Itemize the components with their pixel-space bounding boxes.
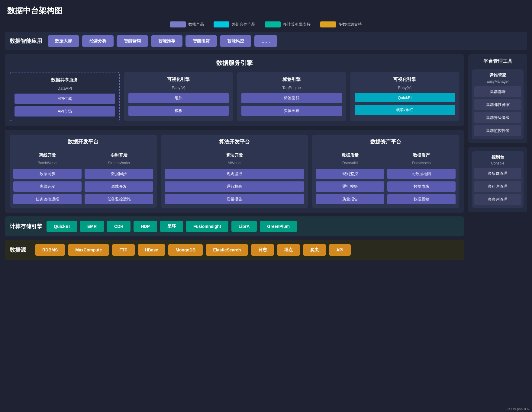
- page-title: 数据中台架构图: [0, 0, 532, 19]
- service-card-subtitle-3: Easy[V]: [355, 85, 455, 90]
- smart-app-section: 数据智能应用 数据大屏经营分析智能营销智能推荐智能组货智能风控……: [5, 32, 527, 50]
- dev-platform-subrow-1: 算法开发AIWorks规则监控逐行校验质量报告: [165, 152, 305, 204]
- storage-btn-7[interactable]: GreenPlum: [260, 221, 297, 232]
- service-card-1-btn-0[interactable]: 组件: [128, 93, 229, 103]
- right-mgr-card-title-0: 运维管家EasyManager: [474, 72, 521, 84]
- storage-btn-2[interactable]: CDH: [107, 221, 131, 232]
- datasource-btn-7[interactable]: 埋点: [277, 244, 300, 256]
- datasource-btn-1[interactable]: MaxCompute: [68, 244, 109, 256]
- sub-platform-sub-0-1: StreamWorks: [85, 161, 153, 165]
- service-card-0: 数据共享服务DataAPIAPI生成API市场: [10, 72, 120, 121]
- dev-platform-title-1: 算法开发平台: [165, 138, 305, 145]
- smart-app-button-4[interactable]: 智能组货: [185, 35, 217, 47]
- storage-btn-4[interactable]: 星环: [160, 221, 183, 232]
- smart-app-button-1[interactable]: 经营分析: [82, 35, 114, 47]
- right-btn-0-2[interactable]: 集群升级降级: [474, 112, 521, 123]
- sub-platform-btn-1-0-0[interactable]: 规则监控: [165, 169, 305, 179]
- right-btn-1-0[interactable]: 多集群管理: [474, 168, 521, 179]
- sub-platform-0-0: 离线开发BatchWorks数据同步离线开发任务监控运维: [13, 152, 82, 204]
- datasource-btn-6[interactable]: 日志: [251, 244, 274, 256]
- datasource-btn-2[interactable]: FTP: [112, 244, 134, 256]
- right-btn-1-2[interactable]: 多多列管理: [474, 194, 521, 205]
- storage-section: 计算存储引擎 QuickBIEMRCDHHDP星环FusionInsightLi…: [5, 216, 464, 236]
- sub-platform-btn-2-0-2[interactable]: 质量报告: [316, 194, 384, 204]
- sub-platform-btn-0-0-1[interactable]: 离线开发: [13, 181, 82, 192]
- dev-platform-block-2: 数据资产平台数据质量DataValid规则监控逐行校验质量报告数据资产DataA…: [312, 135, 459, 208]
- dev-platform-subrow-2: 数据质量DataValid规则监控逐行校验质量报告数据资产DataAssets元…: [316, 152, 456, 204]
- sub-platform-2-1: 数据资产DataAssets元数据地图数据血缘数据脱敏: [387, 152, 456, 204]
- datasource-btn-8[interactable]: 爬虫: [303, 244, 326, 256]
- datasource-btn-4[interactable]: MongoDB: [168, 244, 203, 256]
- sub-platform-btn-2-0-0[interactable]: 规则监控: [316, 169, 384, 179]
- service-card-3-btn-1[interactable]: 帆软/永红: [355, 105, 455, 115]
- right-btn-0-1[interactable]: 集群弹性伸缩: [474, 99, 521, 110]
- smart-app-button-2[interactable]: 智能营销: [117, 35, 148, 47]
- sub-platform-btn-0-0-0[interactable]: 数据同步: [13, 169, 82, 179]
- service-card-subtitle-1: Easy[V]: [128, 85, 229, 90]
- datasource-btn-5[interactable]: ElasticSearch: [206, 244, 248, 256]
- storage-btn-6[interactable]: LibrA: [231, 221, 257, 232]
- service-card-2: 标签引擎TagEngine标签圈群实体画布: [237, 72, 346, 121]
- legend-color-shuxian: [170, 21, 186, 27]
- service-card-2-btn-0[interactable]: 标签圈群: [241, 93, 342, 103]
- dev-platform-title-2: 数据资产平台: [316, 138, 456, 145]
- legend-item-duoshujuyuan: 多数据源支持: [320, 21, 362, 27]
- smart-app-button-5[interactable]: 智能风控: [220, 35, 251, 47]
- storage-btn-3[interactable]: HDP: [134, 221, 157, 232]
- sub-platform-btn-0-1-2[interactable]: 任务监控运维: [85, 194, 153, 204]
- sub-platform-title-1-0: 算法开发: [165, 152, 305, 158]
- watermark: CSDN phpOO7: [504, 406, 532, 412]
- sub-platform-sub-2-0: DataValid: [316, 161, 384, 165]
- sub-platform-title-0-0: 离线开发: [13, 152, 82, 158]
- datasource-btn-3[interactable]: HBase: [138, 244, 166, 256]
- sub-platform-btn-2-1-1[interactable]: 数据血缘: [387, 181, 456, 192]
- smart-app-button-6[interactable]: ……: [254, 35, 277, 47]
- service-card-0-btn-1[interactable]: API市场: [15, 106, 115, 117]
- right-btn-0-3[interactable]: 集群监控告警: [474, 125, 521, 136]
- storage-btn-5[interactable]: FusionInsight: [186, 221, 228, 232]
- service-card-0-btn-0[interactable]: API生成: [15, 94, 115, 104]
- legend-label-waibuhezuo: 外部合作产品: [232, 22, 255, 27]
- sub-platform-title-0-1: 实时开发: [85, 152, 153, 158]
- smart-app-buttons: 数据大屏经营分析智能营销智能推荐智能组货智能风控……: [48, 35, 522, 47]
- legend-color-duojisuan: [265, 21, 281, 27]
- sub-platform-sub-0-0: BatchWorks: [13, 161, 82, 165]
- sub-platform-btn-2-1-0[interactable]: 元数据地图: [387, 169, 456, 179]
- right-btn-0-0[interactable]: 集群部署: [474, 86, 521, 97]
- datasource-btn-0[interactable]: RDBMS: [35, 244, 65, 256]
- right-mgr-card-0: 运维管家EasyManager集群部署集群弹性伸缩集群升级降级集群监控告警: [472, 69, 524, 139]
- sub-platform-btn-0-1-0[interactable]: 数据同步: [85, 169, 153, 179]
- smart-app-title: 数据智能应用: [10, 37, 43, 45]
- datasource-btn-9[interactable]: API: [329, 244, 350, 256]
- dev-platform-title-0: 数据开发平台: [13, 138, 153, 145]
- left-panel: 数据服务引擎 数据共享服务DataAPIAPI生成API市场可视化引擎Easy[…: [5, 54, 464, 260]
- service-card-1-btn-1[interactable]: 模板: [128, 106, 229, 116]
- sub-platform-btn-0-1-1[interactable]: 离线开发: [85, 181, 153, 192]
- sub-platform-btn-2-0-1[interactable]: 逐行校验: [316, 181, 384, 192]
- right-section-0: 平台管理工具运维管家EasyManager集群部署集群弹性伸缩集群升级降级集群监…: [468, 54, 527, 143]
- storage-btn-0[interactable]: QuickBI: [47, 221, 77, 232]
- dev-platform-block-0: 数据开发平台离线开发BatchWorks数据同步离线开发任务监控运维实时开发St…: [10, 135, 157, 208]
- legend: 数栈产品 外部合作产品 多计算引擎支持 多数据源支持: [0, 19, 532, 32]
- service-card-title-0: 数据共享服务: [15, 77, 115, 83]
- legend-item-duojisuan: 多计算引擎支持: [265, 21, 311, 27]
- legend-label-duoshujuyuan: 多数据源支持: [338, 22, 362, 27]
- service-card-2-btn-1[interactable]: 实体画布: [241, 106, 342, 116]
- sub-platform-btn-1-0-1[interactable]: 逐行校验: [165, 181, 305, 192]
- sub-platform-btn-1-0-2[interactable]: 质量报告: [165, 194, 305, 204]
- service-card-title-3: 可视化引擎: [355, 76, 455, 82]
- sub-platform-title-2-1: 数据资产: [387, 152, 456, 158]
- storage-btn-1[interactable]: EMR: [80, 221, 104, 232]
- smart-app-button-0[interactable]: 数据大屏: [48, 35, 79, 47]
- sub-platform-btn-2-1-2[interactable]: 数据脱敏: [387, 194, 456, 204]
- service-engine-grid: 数据共享服务DataAPIAPI生成API市场可视化引擎Easy[V]组件模板标…: [10, 72, 459, 121]
- right-mgr-card-1: 控制台Console多集群管理多租户管理多多列管理: [472, 151, 524, 208]
- datasource-buttons: RDBMSMaxComputeFTPHBaseMongoDBElasticSea…: [35, 244, 351, 256]
- sub-platform-btn-0-0-2[interactable]: 任务监控运维: [13, 194, 82, 204]
- sub-platform-title-2-0: 数据质量: [316, 152, 384, 158]
- service-card-3-btn-0[interactable]: QuickBI: [355, 93, 455, 102]
- sub-platform-0-1: 实时开发StreamWorks数据同步离线开发任务监控运维: [85, 152, 153, 204]
- right-btn-1-1[interactable]: 多租户管理: [474, 181, 521, 192]
- main-layout: 数据服务引擎 数据共享服务DataAPIAPI生成API市场可视化引擎Easy[…: [0, 54, 532, 265]
- smart-app-button-3[interactable]: 智能推荐: [151, 35, 182, 47]
